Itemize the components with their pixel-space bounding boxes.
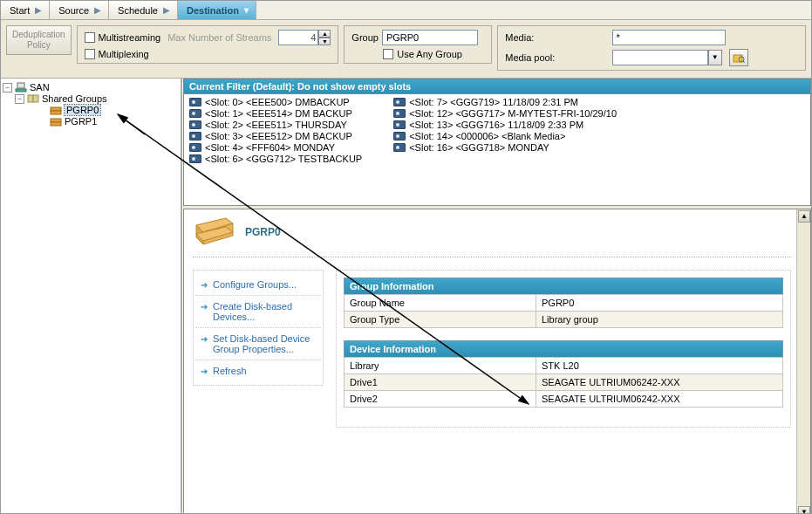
spin-up-icon[interactable]: ▲ (318, 30, 331, 38)
toolbar: Deduplication Policy Multistreaming Max … (1, 20, 811, 79)
tab-destination[interactable]: Destination▾ (178, 1, 256, 19)
drive-group-icon (50, 105, 62, 115)
tab-schedule[interactable]: Schedule▶ (109, 1, 178, 19)
cell-label: Group Type (345, 312, 536, 328)
tree-node-shared-groups[interactable]: − Shared Groups (3, 93, 179, 105)
cell-value: PGRP0 (536, 295, 783, 312)
multistreaming-checkbox[interactable] (85, 32, 95, 43)
cell-value: SEAGATE ULTRIUM06242-XXX (536, 374, 783, 391)
slot-label: <Slot: 12> <GGG717> M-MYTEST-FRI-10/29/1… (409, 108, 617, 119)
mediapool-select[interactable]: ▼ (612, 50, 722, 65)
slot-item[interactable]: <Slot: 3> <EEE512> DM BACKUP (189, 131, 362, 141)
streaming-panel: Multistreaming Max Number of Streams ▲ ▼… (77, 25, 339, 64)
action-configure-groups[interactable]: ➔Configure Groups... (195, 276, 321, 293)
collapse-icon[interactable]: − (15, 94, 24, 104)
slot-item[interactable]: <Slot: 7> <GGG719> 11/18/09 2:31 PM (393, 97, 617, 107)
filter-title-rest: Do not show empty slots (295, 81, 411, 92)
slot-item[interactable]: <Slot: 6> <GGG712> TESTBACKUP (189, 154, 362, 164)
cell-label: Drive2 (345, 391, 536, 408)
multiplexing-checkbox[interactable] (85, 49, 95, 59)
tree-label: SAN (30, 82, 50, 93)
svg-rect-7 (51, 107, 61, 111)
wizard-tabs: Start▶ Source▶ Schedule▶ Destination▾ (1, 1, 811, 20)
slot-item[interactable]: <Slot: 0> <EEE500> DMBACKUP (189, 97, 362, 107)
svg-rect-0 (734, 55, 742, 62)
action-refresh[interactable]: ➔Refresh (195, 362, 321, 380)
group-panel: Group Use Any Group (344, 25, 492, 64)
table-row: Group NamePGRP0 (345, 295, 783, 312)
slot-item[interactable]: <Slot: 16> <GGG718> MONDAY (393, 142, 617, 153)
use-any-group-checkbox[interactable] (383, 49, 393, 59)
slot-list[interactable]: <Slot: 0> <EEE500> DMBACKUP<Slot: 1> <EE… (183, 94, 811, 206)
link-label: Set Disk-based Device Group Properties..… (213, 333, 316, 354)
max-streams-stepper[interactable]: ▲ ▼ (278, 30, 331, 45)
drive-group-icon (50, 116, 62, 127)
svg-rect-6 (33, 95, 38, 102)
filter-bar: Current Filter (Default): Do not show em… (183, 79, 811, 94)
slot-label: <Slot: 4> <FFF604> MONDAY (205, 142, 335, 153)
tape-icon (189, 154, 201, 163)
scroll-down-icon[interactable]: ▼ (798, 506, 810, 514)
arrow-right-icon: ➔ (201, 280, 208, 290)
tree-node-san[interactable]: − SAN (3, 82, 179, 93)
max-streams-input[interactable] (278, 30, 318, 45)
body-split: − SAN − Shared Groups PGRP0 PGRP1 Curren… (1, 79, 811, 514)
mediapool-input[interactable] (612, 50, 708, 65)
chevron-right-icon: ▶ (94, 5, 101, 15)
action-set-disk-group-props[interactable]: ➔Set Disk-based Device Group Properties.… (195, 330, 321, 358)
group-info-header: Group Information (344, 278, 783, 294)
folder-search-icon (733, 51, 745, 64)
button-label: Policy (12, 40, 65, 51)
slot-item[interactable]: <Slot: 4> <FFF604> MONDAY (189, 142, 362, 153)
arrow-right-icon: ➔ (201, 302, 208, 312)
use-any-group-label: Use Any Group (397, 49, 462, 59)
slot-label: <Slot: 14> <000006> <Blank Media> (409, 131, 565, 141)
tab-source[interactable]: Source▶ (50, 1, 109, 19)
tape-icon (189, 98, 201, 106)
slot-item[interactable]: <Slot: 14> <000006> <Blank Media> (393, 131, 617, 141)
action-create-disk-devices[interactable]: ➔Create Disk-based Devices... (195, 298, 321, 326)
tree-label: Shared Groups (42, 93, 107, 104)
table-row: Drive2SEAGATE ULTRIUM06242-XXX (345, 391, 783, 408)
cell-value: Library group (536, 312, 783, 328)
divider (193, 257, 791, 257)
tree-node-pgrp0[interactable]: PGRP0 (3, 105, 179, 116)
app-window: Start▶ Source▶ Schedule▶ Destination▾ De… (0, 0, 812, 514)
tape-icon (393, 120, 406, 129)
mediapool-browse-button[interactable] (729, 49, 748, 66)
scroll-up-icon[interactable]: ▲ (798, 210, 810, 223)
svg-rect-4 (16, 89, 26, 92)
button-label: Deduplication (12, 30, 65, 40)
table-row: Drive1SEAGATE ULTRIUM06242-XXX (345, 374, 783, 391)
device-tree[interactable]: − SAN − Shared Groups PGRP0 PGRP1 (1, 79, 182, 514)
slot-item[interactable]: <Slot: 13> <GGG716> 11/18/09 2:33 PM (393, 120, 617, 130)
tab-label: Start (10, 5, 30, 16)
tree-node-pgrp1[interactable]: PGRP1 (3, 116, 179, 127)
mediapool-label: Media pool: (505, 52, 604, 63)
tab-start[interactable]: Start▶ (1, 1, 50, 19)
svg-rect-10 (51, 122, 61, 126)
scrollbar[interactable]: ▲ ▼ (796, 209, 810, 514)
collapse-icon[interactable]: − (3, 83, 12, 93)
detail-title: PGRP0 (245, 226, 281, 238)
slot-label: <Slot: 16> <GGG718> MONDAY (409, 142, 549, 153)
dropdown-icon[interactable]: ▼ (708, 50, 722, 65)
right-pane: Current Filter (Default): Do not show em… (182, 79, 811, 514)
cell-label: Library (345, 358, 536, 374)
slot-item[interactable]: <Slot: 1> <EEE514> DM BACKUP (189, 108, 362, 119)
chevron-right-icon: ▶ (35, 5, 42, 15)
table-row: LibrarySTK L20 (345, 358, 783, 374)
media-input[interactable] (612, 30, 726, 45)
slot-item[interactable]: <Slot: 12> <GGG717> M-MYTEST-FRI-10/29/1… (393, 108, 617, 119)
actions-panel: ➔Configure Groups... ➔Create Disk-based … (193, 270, 324, 386)
spin-down-icon[interactable]: ▼ (318, 38, 331, 45)
chevron-down-icon: ▾ (244, 5, 249, 15)
arrow-right-icon: ➔ (201, 334, 208, 344)
svg-rect-3 (17, 83, 24, 88)
tape-icon (393, 132, 406, 140)
media-label: Media: (505, 32, 604, 43)
network-icon (15, 82, 27, 93)
group-input[interactable] (382, 30, 478, 45)
deduplication-policy-button[interactable]: Deduplication Policy (6, 25, 72, 55)
slot-item[interactable]: <Slot: 2> <EEE511> THURSDAY (189, 120, 362, 130)
